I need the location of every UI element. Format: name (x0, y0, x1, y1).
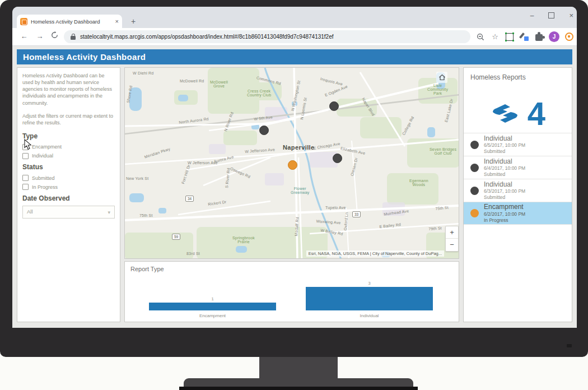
report-date: 6/3/2017, 10:00 PM (484, 188, 525, 194)
map-marker-individual[interactable] (259, 126, 269, 135)
date-observed-value: All (27, 208, 33, 216)
sidebar-instruction: Adjust the filters or current map extent… (22, 113, 115, 126)
filter-sidebar: Homeless Activity Dashboard can be used … (17, 67, 120, 322)
helping-hands-icon (490, 102, 520, 126)
map-label: W Jefferson Ave (188, 161, 218, 165)
report-status: Submitted (484, 171, 525, 178)
browser-window: Homeless Activity Dashboard × + – × ← → (12, 7, 577, 328)
chevron-down-icon: ▾ (108, 209, 110, 216)
map-label: Springbrook Prairie (232, 236, 255, 244)
eyedropper-extension-icon[interactable] (520, 32, 529, 41)
dashboard-content: Homeless Activity Dashboard Homeless Act… (12, 46, 577, 328)
report-status: Submitted (484, 148, 525, 155)
report-type: Encampment (484, 203, 525, 211)
bar-encampment[interactable] (149, 303, 276, 310)
report-status: Submitted (484, 194, 525, 201)
report-type-chart-panel: Report Type 1Encampment3Individual (124, 261, 459, 322)
checkbox-label: Encampment (32, 143, 62, 150)
bar-value-label: 3 (306, 281, 433, 286)
forward-button[interactable]: → (34, 30, 46, 43)
mouse-cursor (24, 139, 32, 150)
map-panel[interactable]: W Diehl RdMcDowell RdMcDowell GroveCommo… (124, 67, 459, 259)
type-filter-group: EncampmentIndividual (22, 143, 115, 159)
close-window-button[interactable]: × (569, 11, 573, 20)
map-marker-individual[interactable] (333, 154, 342, 163)
report-text: Individual6/4/2017, 10:00 PMSubmitted (484, 157, 525, 178)
map-label: Seven Bridges Golf Club (430, 147, 456, 155)
browser-toolbar: ← → statelocaltryit.maps.arcgis.com/apps… (12, 28, 577, 46)
status-filter-group: SubmittedIn Progress (22, 175, 115, 191)
maximize-button[interactable] (548, 12, 554, 18)
monitor-stand-base-edge (179, 387, 418, 390)
address-bar[interactable]: statelocaltryit.maps.arcgis.com/apps/ops… (64, 30, 470, 43)
type-checkbox-individual[interactable]: Individual (22, 152, 115, 159)
bar-category-label: Individual (306, 313, 433, 318)
map-label: 75th St (139, 213, 153, 217)
reload-button[interactable] (48, 30, 60, 43)
tab-title: Homeless Activity Dashboard (31, 18, 113, 25)
extensions-puzzle-icon[interactable] (534, 32, 543, 41)
new-tab-button[interactable]: + (128, 16, 139, 27)
monitor-power-led (567, 344, 572, 347)
report-status: In Progress (484, 217, 525, 224)
url-text: statelocaltryit.maps.arcgis.com/apps/ops… (80, 34, 334, 40)
report-type: Individual (484, 157, 525, 165)
tab-strip: Homeless Activity Dashboard × + – × (12, 7, 577, 28)
reports-count-indicator: 4 (464, 94, 572, 134)
list-item-encampment[interactable]: Encampment6/2/2017, 10:00 PMIn Progress (464, 202, 572, 225)
map-zoom-out-button[interactable]: − (446, 239, 458, 250)
map-label: New York St (126, 177, 148, 180)
list-item-individual[interactable]: Individual6/4/2017, 10:00 PMSubmitted (464, 156, 572, 179)
minimize-button[interactable]: – (530, 12, 534, 20)
date-observed-heading: Date Observed (22, 194, 115, 203)
map-marker-individual[interactable] (329, 101, 339, 111)
back-button[interactable]: ← (18, 30, 30, 43)
map-label: W Diehl Rd (133, 71, 153, 75)
tab-close-icon[interactable]: × (115, 18, 119, 25)
checkbox-label: In Progress (32, 184, 58, 191)
checkbox-icon[interactable] (22, 175, 29, 181)
map-label: 83rd St (186, 252, 200, 256)
list-item-individual[interactable]: Individual6/3/2017, 10:00 PMSubmitted (464, 179, 572, 202)
status-checkbox-in-progress[interactable]: In Progress (22, 184, 115, 191)
browser-tab[interactable]: Homeless Activity Dashboard × (17, 15, 122, 28)
profile-avatar[interactable]: J (549, 31, 559, 42)
reports-panel: Homeless Reports 4 Individual6/5/2017, 1… (463, 67, 572, 322)
checkbox-icon[interactable] (22, 153, 29, 159)
checkbox-label: Individual (32, 152, 53, 159)
report-dot-individual (470, 187, 479, 195)
bar-value-label: 1 (149, 296, 276, 301)
zoom-out-page-icon[interactable] (476, 32, 485, 41)
date-observed-dropdown[interactable]: All ▾ (22, 206, 115, 219)
status-heading: Status (22, 162, 115, 171)
route-shield: 34 (185, 196, 194, 202)
report-text: Encampment6/2/2017, 10:00 PMIn Progress (484, 203, 525, 223)
map-zoom-in-button[interactable]: + (446, 226, 458, 239)
type-heading: Type (22, 132, 115, 141)
bookmark-star-icon[interactable]: ☆ (491, 32, 500, 41)
orange-extension-icon[interactable] (565, 32, 573, 41)
screen-capture-extension-icon[interactable] (505, 32, 514, 41)
map-label: McDowell Rd (180, 79, 204, 83)
report-list: Individual6/5/2017, 10:00 PMSubmittedInd… (464, 133, 572, 225)
checkbox-label: Submitted (32, 175, 55, 182)
map-label: Cress Creek Country Club (247, 89, 271, 97)
checkbox-icon[interactable] (22, 184, 29, 190)
sidebar-description: Homeless Activity Dashboard can be used … (22, 72, 115, 106)
list-item-individual[interactable]: Individual6/5/2017, 10:00 PMSubmitted (464, 133, 572, 156)
map-home-button[interactable] (436, 72, 447, 83)
report-date: 6/2/2017, 10:00 PM (484, 211, 525, 217)
bar-chart: 1Encampment3Individual (125, 262, 459, 322)
map-label: Egermann Woods (409, 179, 428, 187)
status-checkbox-submitted[interactable]: Submitted (22, 175, 115, 182)
reports-count: 4 (528, 97, 545, 130)
report-dot-encampment (470, 209, 479, 217)
bar-individual[interactable] (306, 287, 433, 310)
report-text: Individual6/5/2017, 10:00 PMSubmitted (484, 134, 525, 155)
map-marker-encampment[interactable] (288, 160, 297, 170)
page-title: Homeless Activity Dashboard (17, 49, 572, 64)
type-checkbox-encampment[interactable]: Encampment (22, 143, 115, 150)
route-shield: 59 (172, 234, 180, 240)
report-dot-individual (470, 164, 479, 172)
route-shield: 33 (352, 211, 361, 217)
